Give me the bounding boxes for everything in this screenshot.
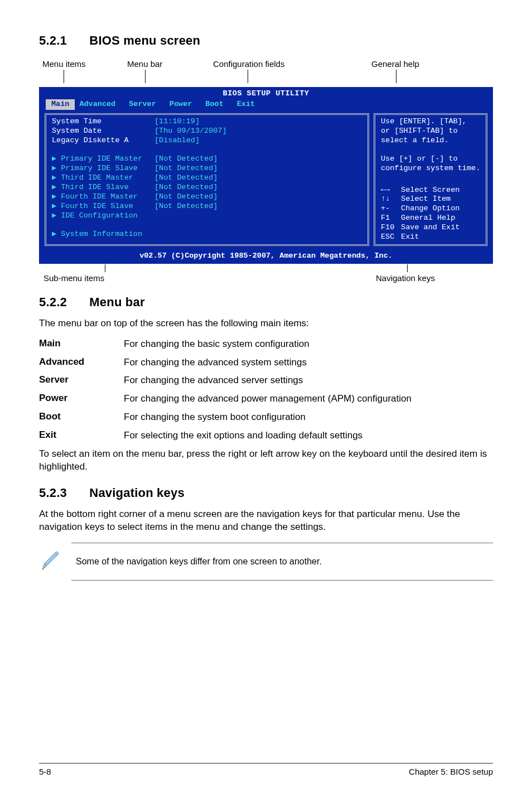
- note-box: Some of the navigation keys differ from …: [71, 543, 493, 581]
- triangle-icon: ▶: [52, 211, 61, 220]
- bios-navkey-line: ESC Exit: [381, 233, 480, 242]
- menubar-item-desc: For changing the advanced system setting…: [124, 356, 493, 369]
- bios-navkey-line: +- Change Option: [381, 204, 480, 214]
- bios-help-line: Use [ENTER]. [TAB],: [381, 117, 480, 127]
- menubar-row: AdvancedFor changing the advanced system…: [39, 356, 493, 369]
- bios-field-value[interactable]: [Not Detected]: [154, 192, 362, 202]
- bios-top-callouts: Menu items Menu bar Configuration fields…: [39, 59, 493, 87]
- navkeys-body: At the bottom right corner of a menu scr…: [39, 508, 493, 534]
- bios-navkey-line: F10 Save and Exit: [381, 223, 480, 233]
- triangle-icon: ▶: [52, 230, 61, 238]
- bios-field-value[interactable]: [Not Detected]: [154, 154, 362, 164]
- menubar-row: PowerFor changing the advanced power man…: [39, 393, 493, 405]
- bios-submenu-item[interactable]: ▶ Primary IDE Master: [52, 154, 154, 164]
- bios-submenu-item[interactable]: ▶ Third IDE Master: [52, 173, 154, 183]
- bios-submenu-item[interactable]: ▶ Fourth IDE Master: [52, 192, 154, 202]
- bios-help-pane: Use [ENTER]. [TAB],or [SHIFT-TAB] tosele…: [374, 113, 487, 246]
- menubar-item-name: Exit: [39, 429, 124, 442]
- bios-submenu-item[interactable]: ▶ Fourth IDE Slave: [52, 202, 154, 211]
- bios-field-value[interactable]: [Not Detected]: [154, 202, 362, 211]
- menubar-item-name: Power: [39, 393, 124, 405]
- menubar-item-name: Advanced: [39, 356, 124, 369]
- menubar-row: ExitFor selecting the exit options and l…: [39, 429, 493, 442]
- callout-general-help: General help: [371, 59, 419, 69]
- bios-help-line: select a field.: [381, 136, 480, 146]
- bios-submenu-item[interactable]: ▶ Primary IDE Slave: [52, 164, 154, 173]
- bios-tab-boot[interactable]: Boot: [201, 99, 232, 110]
- bios-tab-exit[interactable]: Exit: [233, 99, 264, 110]
- triangle-icon: ▶: [52, 202, 61, 210]
- bios-main-pane: System TimeSystem DateLegacy Diskette A …: [45, 113, 369, 246]
- bios-submenu-item[interactable]: ▶ IDE Configuration: [52, 211, 154, 221]
- bios-help-line: Use [+] or [-] to: [381, 154, 480, 164]
- callout-config-fields: Configuration fields: [213, 59, 284, 69]
- bios-tab-advanced[interactable]: Advanced: [75, 99, 124, 110]
- triangle-icon: ▶: [52, 154, 61, 163]
- bios-help-line: configure system time.: [381, 164, 480, 173]
- heading-number: 5.2.2: [39, 295, 86, 310]
- menubar-list: MainFor changing the basic system config…: [39, 338, 493, 443]
- menubar-item-name: Main: [39, 338, 124, 351]
- bios-labels-col: System TimeSystem DateLegacy Diskette A …: [52, 117, 154, 242]
- triangle-icon: ▶: [52, 192, 61, 201]
- bios-navkey-line: F1 General Help: [381, 214, 480, 223]
- bios-screen: BIOS SETUP UTILITY Main Advanced Server …: [39, 87, 493, 264]
- heading-523: 5.2.3 Navigation keys: [39, 486, 493, 500]
- heading-title: Navigation keys: [89, 486, 185, 500]
- bios-submenu-item[interactable]: ▶ Third IDE Slave: [52, 183, 154, 192]
- triangle-icon: ▶: [52, 173, 61, 182]
- menubar-intro: The menu bar on top of the screen has th…: [39, 317, 493, 330]
- triangle-icon: ▶: [52, 183, 61, 191]
- menubar-item-desc: For changing the advanced power manageme…: [124, 393, 493, 405]
- heading-title: Menu bar: [89, 295, 144, 309]
- callout-menu-bar: Menu bar: [127, 59, 162, 69]
- heading-522: 5.2.2 Menu bar: [39, 295, 493, 310]
- bios-field-value[interactable]: [154, 145, 362, 154]
- menubar-row: BootFor changing the system boot configu…: [39, 411, 493, 424]
- menubar-row: MainFor changing the basic system config…: [39, 338, 493, 351]
- heading-521: 5.2.1 BIOS menu screen: [39, 33, 493, 48]
- bios-field-value[interactable]: [Thu 09/13/2007]: [154, 127, 362, 136]
- bios-field-value[interactable]: [Not Detected]: [154, 183, 362, 192]
- callout-submenu: Sub-menu items: [43, 273, 104, 283]
- bios-tab-main[interactable]: Main: [46, 99, 75, 110]
- bios-help-line: or [SHIFT-TAB] to: [381, 127, 480, 136]
- callout-menu-items: Menu items: [42, 59, 86, 69]
- bios-menu-bar: Main Advanced Server Power Boot Exit: [40, 99, 492, 111]
- menubar-item-desc: For changing the advanced server setting…: [124, 374, 493, 387]
- bios-field-label[interactable]: System Date: [52, 127, 154, 136]
- menubar-item-desc: For changing the system boot configurati…: [124, 411, 493, 424]
- bios-submenu-item[interactable]: ▶ System Information: [52, 230, 154, 239]
- bios-navkey-line: ↑↓ Select Item: [381, 195, 480, 204]
- bios-title: BIOS SETUP UTILITY: [40, 88, 492, 99]
- bios-copyright: v02.57 (C)Copyright 1985-2007, American …: [40, 250, 492, 263]
- bios-navkey-line: ←→ Select Screen: [381, 186, 480, 195]
- heading-number: 5.2.1: [39, 33, 86, 48]
- bios-tab-power[interactable]: Power: [165, 99, 201, 110]
- triangle-icon: ▶: [52, 164, 61, 172]
- note-text: Some of the navigation keys differ from …: [76, 557, 322, 567]
- bios-bottom-callouts: Sub-menu items Navigation keys: [39, 264, 493, 283]
- bios-field-value[interactable]: [Disabled]: [154, 136, 362, 146]
- bios-field-value[interactable]: [Not Detected]: [154, 164, 362, 173]
- menubar-row: ServerFor changing the advanced server s…: [39, 374, 493, 387]
- pencil-icon: [39, 550, 62, 573]
- bios-tab-server[interactable]: Server: [124, 99, 165, 110]
- menubar-item-desc: For selecting the exit options and loadi…: [124, 429, 493, 442]
- page-number: 5-8: [39, 767, 51, 776]
- menubar-item-name: Server: [39, 374, 124, 387]
- heading-title: BIOS menu screen: [89, 33, 200, 47]
- bios-field-label[interactable]: Legacy Diskette A: [52, 136, 154, 146]
- bios-values-col: [11:10:19][Thu 09/13/2007][Disabled] [No…: [154, 117, 362, 242]
- bios-help-line: [381, 145, 480, 154]
- callout-navkeys: Navigation keys: [376, 273, 435, 283]
- menubar-outro: To select an item on the menu bar, press…: [39, 448, 493, 474]
- bios-nav-keys: ←→ Select Screen↑↓ Select Item+- Change …: [381, 186, 480, 242]
- bios-field-value[interactable]: [Not Detected]: [154, 173, 362, 183]
- chapter-label: Chapter 5: BIOS setup: [409, 767, 493, 776]
- heading-number: 5.2.3: [39, 486, 86, 500]
- bios-field-value[interactable]: [11:10:19]: [154, 117, 362, 127]
- menubar-item-desc: For changing the basic system configurat…: [124, 338, 493, 351]
- bios-field-label[interactable]: System Time: [52, 117, 154, 127]
- menubar-item-name: Boot: [39, 411, 124, 424]
